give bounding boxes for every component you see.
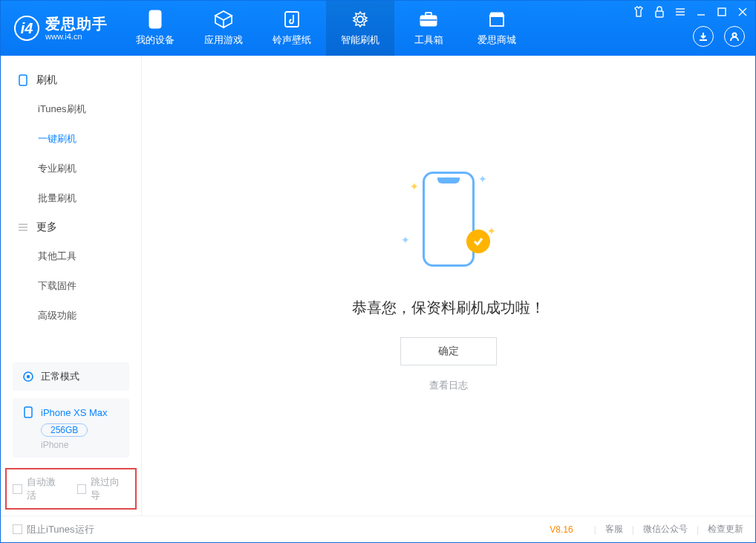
device-small-icon	[22, 406, 35, 419]
success-illustration: ✦ ✦ ✦ ✦	[374, 160, 523, 279]
success-title: 恭喜您，保资料刷机成功啦！	[352, 298, 545, 318]
device-card[interactable]: iPhone XS Max 256GB iPhone	[13, 398, 129, 458]
sidebar-item-pro-flash[interactable]: 专业刷机	[1, 154, 141, 183]
mode-status-text: 正常模式	[41, 370, 79, 383]
svg-rect-12	[718, 8, 726, 16]
check-badge-icon	[466, 230, 490, 253]
sidebar-item-itunes-flash[interactable]: iTunes刷机	[1, 94, 141, 124]
toolbox-icon	[419, 10, 438, 29]
sidebar-group-label: 刷机	[36, 74, 57, 87]
sidebar-item-batch-flash[interactable]: 批量刷机	[1, 183, 141, 213]
view-log-link[interactable]: 查看日志	[429, 379, 468, 392]
phone-outline-icon	[423, 172, 475, 267]
checkbox-label: 自动激活	[27, 475, 65, 502]
svg-rect-16	[19, 75, 27, 85]
nav-tab-ringtone-wallpaper[interactable]: 铃声壁纸	[258, 1, 326, 56]
checkbox-block-itunes[interactable]: 阻止iTunes运行	[13, 523, 94, 536]
maximize-button[interactable]	[715, 5, 729, 19]
sidebar-item-advanced[interactable]: 高级功能	[1, 301, 141, 331]
sidebar-group-more[interactable]: 更多	[1, 213, 141, 241]
user-button[interactable]	[724, 26, 745, 47]
svg-rect-7	[656, 11, 663, 17]
sparkle-icon: ✦	[410, 181, 419, 192]
svg-rect-1	[285, 12, 299, 27]
footer-link-check-update[interactable]: 检查更新	[708, 523, 743, 536]
nav-tab-toolbox[interactable]: 工具箱	[394, 1, 463, 56]
sidebar-item-other-tools[interactable]: 其他工具	[1, 241, 141, 271]
svg-point-15	[733, 33, 737, 37]
ok-button[interactable]: 确定	[400, 337, 497, 365]
sidebar-group-label: 更多	[36, 221, 57, 234]
sidebar-group-flash[interactable]: 刷机	[1, 66, 141, 94]
nav-tabs: 我的设备 应用游戏 铃声壁纸 智能刷机 工具箱 爱思商城	[121, 1, 531, 56]
mode-status-card[interactable]: 正常模式	[13, 362, 129, 391]
body: 刷机 iTunes刷机 一键刷机 专业刷机 批量刷机 更多 其他工具 下载固件 …	[1, 56, 755, 516]
checkbox-box-icon	[13, 524, 22, 534]
checkbox-skip-guide[interactable]: 跳过向导	[77, 475, 130, 502]
sidebar-item-one-key-flash[interactable]: 一键刷机	[1, 124, 141, 154]
app-window: i4 爱思助手 www.i4.cn 我的设备 应用游戏 铃声壁纸 智能刷机	[0, 0, 756, 543]
nav-label: 铃声壁纸	[273, 33, 311, 47]
sidebar-item-download-firmware[interactable]: 下载固件	[1, 271, 141, 301]
device-platform: iPhone	[41, 440, 120, 450]
tshirt-icon[interactable]	[632, 5, 645, 19]
nav-label: 爱思商城	[478, 33, 516, 47]
nav-tab-store[interactable]: 爱思商城	[463, 1, 531, 56]
logo-badge-icon: i4	[14, 16, 39, 41]
nav-label: 我的设备	[136, 33, 175, 47]
status-dot-icon	[22, 370, 35, 383]
sparkle-icon: ✦	[401, 234, 410, 246]
app-logo: i4 爱思助手 www.i4.cn	[1, 1, 121, 56]
svg-rect-22	[25, 407, 32, 417]
minimize-button[interactable]	[694, 5, 708, 19]
checkbox-box-icon	[13, 484, 22, 494]
device-icon	[146, 10, 165, 29]
svg-point-2	[357, 16, 363, 22]
app-url: www.i4.cn	[45, 32, 108, 41]
lock-icon[interactable]	[653, 5, 666, 19]
svg-rect-6	[490, 16, 504, 26]
nav-tab-my-device[interactable]: 我的设备	[121, 1, 189, 56]
cube-icon	[214, 10, 233, 29]
checkbox-box-icon	[77, 484, 87, 494]
main-area: ✦ ✦ ✦ ✦ 恭喜您，保资料刷机成功啦！ 确定 查看日志	[142, 56, 755, 516]
list-icon	[17, 221, 29, 233]
device-capacity: 256GB	[41, 423, 88, 437]
nav-label: 工具箱	[414, 33, 443, 47]
phone-outline-icon	[17, 74, 29, 86]
checkbox-label: 跳过向导	[91, 475, 129, 502]
svg-rect-3	[420, 16, 437, 26]
titlebar-actions	[693, 26, 745, 47]
gear-refresh-icon	[351, 10, 370, 29]
svg-rect-4	[426, 13, 431, 16]
nav-tab-smart-flash[interactable]: 智能刷机	[326, 1, 394, 56]
svg-point-21	[27, 375, 30, 378]
footer-link-customer-service[interactable]: 客服	[605, 523, 623, 536]
window-controls	[632, 5, 749, 19]
checkbox-auto-activate[interactable]: 自动激活	[13, 475, 65, 502]
sidebar-status: 正常模式 iPhone XS Max 256GB iPhone	[1, 354, 141, 462]
download-button[interactable]	[693, 26, 714, 47]
footer: 阻止iTunes运行 V8.16 | 客服 | 微信公众号 | 检查更新	[1, 516, 755, 542]
nav-label: 智能刷机	[341, 33, 379, 47]
sparkle-icon: ✦	[478, 173, 487, 185]
menu-icon[interactable]	[674, 5, 687, 19]
device-name: iPhone XS Max	[41, 407, 108, 418]
checkbox-label: 阻止iTunes运行	[27, 523, 94, 536]
music-note-icon	[282, 10, 302, 29]
nav-tab-apps-games[interactable]: 应用游戏	[189, 1, 258, 56]
nav-label: 应用游戏	[204, 33, 243, 47]
sidebar: 刷机 iTunes刷机 一键刷机 专业刷机 批量刷机 更多 其他工具 下载固件 …	[1, 56, 142, 516]
svg-rect-0	[149, 10, 161, 28]
version-label: V8.16	[550, 524, 573, 535]
highlighted-options-row: 自动激活 跳过向导	[5, 468, 137, 510]
app-name: 爱思助手	[45, 16, 108, 32]
titlebar: i4 爱思助手 www.i4.cn 我的设备 应用游戏 铃声壁纸 智能刷机	[1, 1, 755, 56]
close-button[interactable]	[736, 5, 749, 19]
footer-link-wechat[interactable]: 微信公众号	[643, 523, 688, 536]
store-icon	[487, 10, 506, 29]
